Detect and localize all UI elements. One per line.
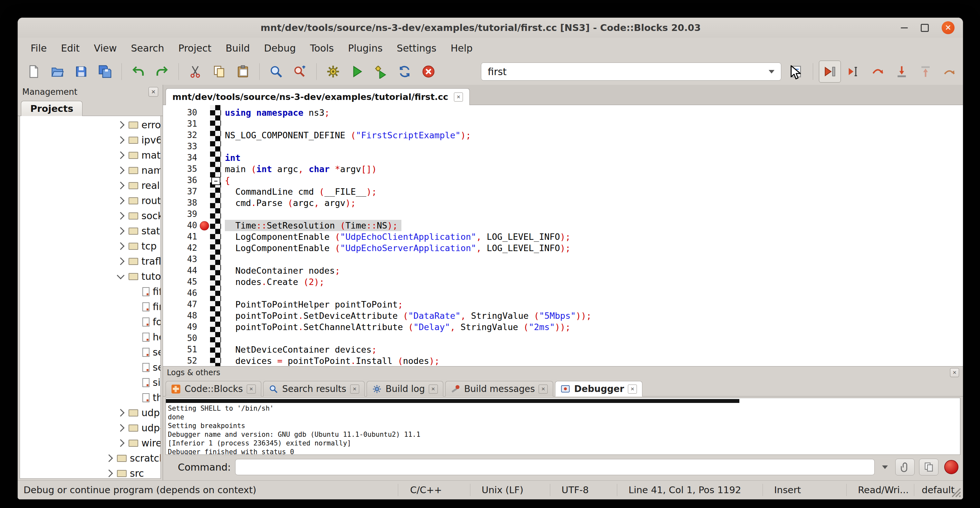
find-button[interactable] <box>266 61 287 82</box>
code-area[interactable]: 30using namespace ns3;3132NS_LOG_COMPONE… <box>163 107 963 366</box>
breakpoint-marker[interactable] <box>200 221 209 231</box>
build-and-run-button[interactable] <box>370 61 391 82</box>
chevron-right-icon[interactable] <box>117 182 124 189</box>
chevron-right-icon[interactable] <box>117 227 124 235</box>
menu-tools[interactable]: Tools <box>303 41 341 56</box>
tree-item-se[interactable]: se <box>20 345 161 360</box>
menu-build[interactable]: Build <box>218 41 257 56</box>
title-bar[interactable]: mnt/dev/tools/source/ns-3-dev/examples/t… <box>18 18 963 38</box>
management-close-icon[interactable]: ✕ <box>148 87 158 97</box>
minimize-button[interactable] <box>901 27 908 29</box>
chevron-right-icon[interactable] <box>117 121 124 129</box>
tree-item-sock[interactable]: sock <box>20 208 161 223</box>
tab-close-icon[interactable]: ✕ <box>350 385 359 393</box>
code-line-42[interactable]: 42 LogComponentEnable ("UdpEchoServerApp… <box>163 242 963 254</box>
attach-button[interactable] <box>895 459 915 475</box>
stop-debugger-button[interactable] <box>944 460 958 474</box>
tree-item-scratcl[interactable]: scratcl <box>20 451 161 466</box>
tree-item-se[interactable]: se <box>20 360 161 375</box>
code-line-31[interactable]: 31 <box>163 118 963 130</box>
menu-search[interactable]: Search <box>124 41 172 56</box>
fold-marker[interactable] <box>212 177 220 185</box>
tree-item-mat[interactable]: mat <box>20 148 161 163</box>
debugger-log-output[interactable]: Setting SHELL to '/bin/sh'doneSetting br… <box>165 398 960 455</box>
tree-item-si[interactable]: si <box>20 375 161 390</box>
chevron-right-icon[interactable] <box>117 439 124 447</box>
undo-button[interactable] <box>127 61 149 82</box>
tree-item-tcp[interactable]: tcp <box>20 239 161 254</box>
tree-item-fir[interactable]: fir <box>20 299 161 314</box>
step-into-button[interactable] <box>891 61 912 82</box>
tree-item-stat[interactable]: stat <box>20 223 161 239</box>
step-out-button[interactable] <box>915 61 936 82</box>
close-button[interactable]: ✕ <box>942 21 955 34</box>
command-history-chevron-icon[interactable] <box>879 460 891 474</box>
code-line-39[interactable]: 39 <box>163 209 963 220</box>
copy-log-button[interactable] <box>919 459 939 475</box>
cut-button[interactable] <box>185 61 206 82</box>
logs-tab-code-blocks[interactable]: Code::Blocks✕ <box>165 381 261 397</box>
tree-item-trafl[interactable]: trafl <box>20 254 161 269</box>
resize-grip[interactable] <box>947 484 962 498</box>
logs-tab-debugger[interactable]: Debugger✕ <box>555 381 643 397</box>
tree-item-he[interactable]: he <box>20 330 161 345</box>
code-line-41[interactable]: 41 LogComponentEnable ("UdpEchoClientApp… <box>163 231 963 242</box>
tab-close-icon[interactable]: ✕ <box>628 385 637 393</box>
code-line-52[interactable]: 52 devices = pointToPoint.Install (nodes… <box>163 355 963 366</box>
step-into-instruction-button[interactable] <box>963 61 963 82</box>
tab-close-icon[interactable]: ✕ <box>247 385 256 393</box>
editor-tab-first-cc[interactable]: mnt/dev/tools/source/ns-3-dev/examples/t… <box>165 88 470 105</box>
chevron-right-icon[interactable] <box>117 242 124 250</box>
incremental-search-combo[interactable]: first <box>481 62 781 81</box>
logs-panel-close-icon[interactable]: ✕ <box>950 368 959 377</box>
abort-build-button[interactable] <box>418 61 439 82</box>
code-line-46[interactable]: 46 <box>163 288 963 299</box>
tab-close-icon[interactable]: ✕ <box>539 385 548 393</box>
code-line-44[interactable]: 44 NodeContainer nodes; <box>163 265 963 276</box>
save-all-button[interactable] <box>94 61 116 82</box>
menu-file[interactable]: File <box>24 41 54 56</box>
code-line-50[interactable]: 50 <box>163 333 963 344</box>
editor-tab-close-icon[interactable]: ✕ <box>454 92 463 102</box>
menu-debug[interactable]: Debug <box>257 41 303 56</box>
menu-edit[interactable]: Edit <box>54 41 87 56</box>
code-line-33[interactable]: 33 <box>163 141 963 152</box>
logs-tab-build-log[interactable]: Build log✕ <box>367 381 443 397</box>
paste-button[interactable] <box>232 61 253 82</box>
tree-item-udp[interactable]: udp <box>20 405 161 420</box>
chevron-right-icon[interactable] <box>117 166 124 174</box>
tree-item-th[interactable]: th <box>20 390 161 405</box>
rebuild-button[interactable] <box>394 61 415 82</box>
tree-item-udp-[interactable]: udp- <box>20 420 161 435</box>
chevron-right-icon[interactable] <box>105 469 113 477</box>
log-selected-row[interactable] <box>166 399 739 403</box>
code-line-47[interactable]: 47 PointToPointHelper pointToPoint; <box>163 299 963 310</box>
chevron-right-icon[interactable] <box>117 409 124 416</box>
next-line-button[interactable] <box>867 61 889 82</box>
tree-item-tuto[interactable]: tuto <box>20 269 161 284</box>
menu-settings[interactable]: Settings <box>390 41 444 56</box>
tab-projects[interactable]: Projects <box>21 101 83 116</box>
tree-item-src[interactable]: src <box>20 466 161 479</box>
code-line-45[interactable]: 45 nodes.Create (2); <box>163 276 963 288</box>
menu-plugins[interactable]: Plugins <box>341 41 390 56</box>
chevron-down-icon[interactable] <box>117 271 124 279</box>
run-to-cursor-button[interactable] <box>843 61 865 82</box>
new-file-button[interactable] <box>23 61 44 82</box>
tree-item-rout[interactable]: rout <box>20 193 161 208</box>
chevron-right-icon[interactable] <box>105 454 113 462</box>
code-line-40[interactable]: 40 Time::SetResolution (Time::NS); <box>163 220 963 231</box>
code-line-43[interactable]: 43 <box>163 254 963 265</box>
code-line-38[interactable]: 38 cmd.Parse (argc, argv); <box>163 197 963 209</box>
code-editor[interactable]: 30using namespace ns3;3132NS_LOG_COMPONE… <box>163 105 963 366</box>
code-line-49[interactable]: 49 pointToPoint.SetChannelAttribute ("De… <box>163 322 963 333</box>
tree-item-fo[interactable]: fo <box>20 314 161 330</box>
maximize-button[interactable] <box>921 24 929 32</box>
run-button[interactable] <box>346 61 368 82</box>
command-input[interactable] <box>235 459 875 475</box>
code-line-37[interactable]: 37 CommandLine cmd (__FILE__); <box>163 186 963 197</box>
tree-item-real[interactable]: real <box>20 178 161 193</box>
chevron-right-icon[interactable] <box>117 424 124 432</box>
redo-button[interactable] <box>151 61 173 82</box>
tree-item-ipv6[interactable]: ipv6 <box>20 132 161 148</box>
